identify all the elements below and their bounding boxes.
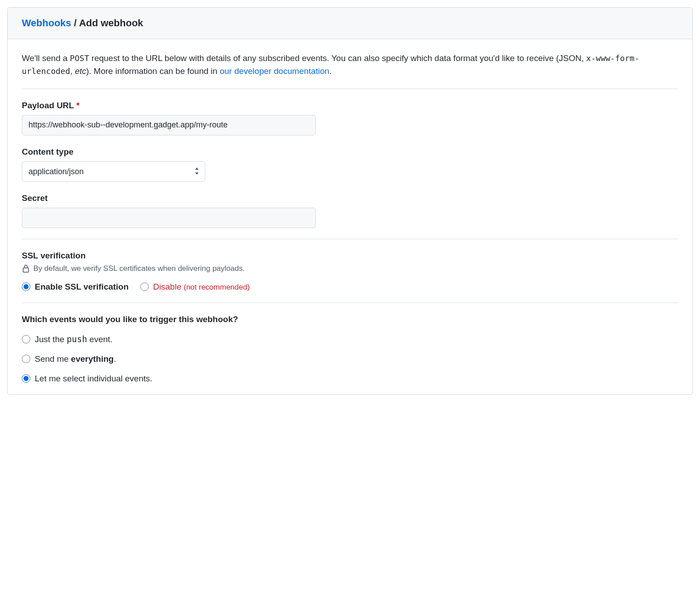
events-select-radio[interactable] [22, 374, 30, 383]
content-type-group: Content type application/json [22, 147, 678, 182]
secret-label: Secret [22, 193, 678, 203]
secret-group: Secret [22, 193, 678, 228]
events-push-radio[interactable] [22, 335, 30, 343]
ssl-description-row: By default, we verify SSL certificates w… [22, 264, 678, 273]
breadcrumb-root-link[interactable]: Webhooks [22, 17, 71, 29]
required-mark: * [76, 101, 79, 110]
ssl-radio-group: Enable SSL verification Disable (not rec… [22, 282, 678, 292]
payload-url-group: Payload URL * [22, 101, 678, 135]
intro-text: We'll send a POST request to the URL bel… [22, 52, 678, 78]
ssl-enable-option[interactable]: Enable SSL verification [22, 282, 129, 292]
content-type-select-wrap: application/json [22, 161, 205, 182]
lock-icon [22, 264, 30, 273]
developer-docs-link[interactable]: our developer documentation [220, 66, 329, 76]
events-push-option[interactable]: Just the push event. [22, 334, 678, 344]
events-push-label: Just the push event. [35, 334, 113, 344]
breadcrumb-current: Add webhook [79, 17, 143, 29]
divider [22, 239, 678, 239]
events-heading: Which events would you like to trigger t… [22, 315, 678, 324]
content-type-select[interactable]: application/json [22, 161, 205, 182]
ssl-enable-label: Enable SSL verification [35, 282, 129, 292]
secret-input[interactable] [22, 208, 316, 228]
ssl-disable-option[interactable]: Disable (not recommended) [140, 282, 250, 292]
panel-body: We'll send a POST request to the URL bel… [8, 39, 692, 394]
events-everything-label: Send me everything. [35, 354, 116, 364]
ssl-disable-label: Disable (not recommended) [153, 282, 250, 292]
events-everything-radio[interactable] [22, 355, 30, 363]
ssl-enable-radio[interactable] [22, 282, 30, 291]
post-code: POST [70, 53, 89, 63]
payload-url-input[interactable] [22, 115, 316, 135]
ssl-description-text: By default, we verify SSL certificates w… [33, 264, 245, 273]
payload-url-label: Payload URL * [22, 101, 678, 110]
events-everything-option[interactable]: Send me everything. [22, 354, 678, 364]
webhook-panel: Webhooks / Add webhook We'll send a POST… [7, 7, 693, 395]
content-type-label: Content type [22, 147, 678, 157]
events-select-label: Let me select individual events. [35, 374, 152, 384]
ssl-heading: SSL verification [22, 251, 678, 261]
divider [22, 303, 678, 303]
svg-rect-0 [23, 268, 28, 272]
ssl-disable-radio[interactable] [140, 282, 149, 291]
breadcrumb-separator: / [74, 17, 79, 29]
events-select-option[interactable]: Let me select individual events. [22, 374, 678, 384]
divider [22, 89, 678, 89]
panel-header: Webhooks / Add webhook [8, 8, 692, 39]
